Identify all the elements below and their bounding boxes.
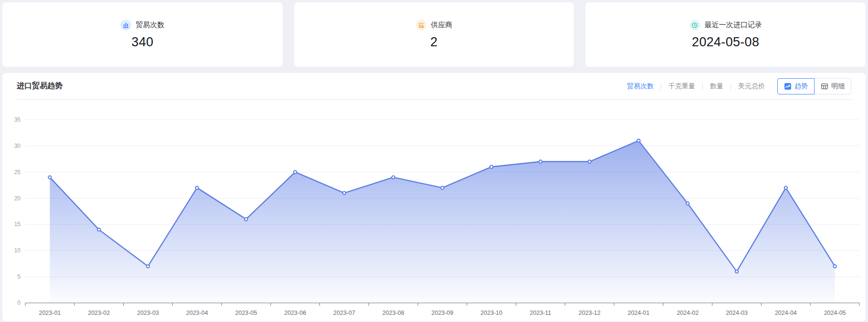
trend-line-chart[interactable]: 051015202530352023-012023-022023-032023-… xyxy=(2,103,866,320)
svg-text:2024-04: 2024-04 xyxy=(775,310,797,316)
svg-text:2023-11: 2023-11 xyxy=(530,310,551,316)
tab-trade-count[interactable]: 贸易次数 xyxy=(627,82,654,91)
dashboard-page: 贸易次数 340 xyxy=(0,0,868,321)
trend-icon xyxy=(784,83,792,90)
detail-view-button[interactable]: 明细 xyxy=(814,78,851,94)
view-toggle: 趋势 明细 xyxy=(777,78,851,94)
stat-card-last-import: 最近一次进口记录 2024-05-08 xyxy=(585,2,866,67)
svg-text:2024-05: 2024-05 xyxy=(824,310,846,316)
tab-kg-weight[interactable]: 千克重量 xyxy=(668,82,695,91)
svg-text:2024-01: 2024-01 xyxy=(628,310,650,316)
svg-text:2024-02: 2024-02 xyxy=(677,310,699,316)
svg-text:2023-01: 2023-01 xyxy=(39,310,61,316)
svg-text:2023-03: 2023-03 xyxy=(137,310,159,316)
svg-text:25: 25 xyxy=(14,169,21,176)
svg-text:5: 5 xyxy=(17,273,21,280)
svg-text:2023-10: 2023-10 xyxy=(480,310,502,316)
stat-label: 贸易次数 xyxy=(136,21,164,30)
svg-text:15: 15 xyxy=(14,221,21,228)
svg-text:2023-06: 2023-06 xyxy=(284,310,306,316)
svg-text:0: 0 xyxy=(17,300,21,306)
bar-chart-icon xyxy=(120,20,131,31)
panel-title: 进口贸易趋势 xyxy=(17,81,63,91)
tab-usd-total[interactable]: 美元总价 xyxy=(738,82,765,91)
svg-text:2023-09: 2023-09 xyxy=(432,310,454,316)
stat-card-suppliers: 供应商 2 xyxy=(294,2,574,67)
stats-row: 贸易次数 340 xyxy=(0,0,868,67)
trend-view-button[interactable]: 趋势 xyxy=(777,78,815,94)
stat-value: 2024-05-08 xyxy=(692,35,759,50)
svg-text:10: 10 xyxy=(14,247,21,254)
stat-value: 340 xyxy=(131,35,153,50)
stat-label: 供应商 xyxy=(431,21,453,30)
table-icon xyxy=(821,83,828,90)
svg-text:2024-03: 2024-03 xyxy=(726,310,748,316)
svg-text:2023-05: 2023-05 xyxy=(235,310,257,316)
svg-text:35: 35 xyxy=(14,116,21,123)
clock-icon xyxy=(689,20,700,31)
svg-text:30: 30 xyxy=(14,143,21,149)
metric-tabs: 贸易次数 千克重量 数量 美元总价 xyxy=(627,82,765,91)
stat-value: 2 xyxy=(430,35,437,50)
svg-text:2023-12: 2023-12 xyxy=(579,310,601,316)
panel-controls: 贸易次数 千克重量 数量 美元总价 xyxy=(627,78,851,94)
tab-separator xyxy=(730,83,731,90)
trend-panel-header: 进口贸易趋势 贸易次数 千克重量 数量 美元总价 xyxy=(17,73,851,100)
svg-text:2023-07: 2023-07 xyxy=(333,310,355,316)
svg-text:2023-04: 2023-04 xyxy=(186,310,208,316)
svg-text:20: 20 xyxy=(14,195,21,202)
chart-area[interactable]: 051015202530352023-012023-022023-032023-… xyxy=(2,100,866,320)
tab-separator xyxy=(661,83,661,90)
trend-panel: 进口贸易趋势 贸易次数 千克重量 数量 美元总价 xyxy=(2,73,866,321)
factory-icon xyxy=(416,20,427,31)
svg-text:2023-02: 2023-02 xyxy=(88,310,110,316)
svg-text:2023-08: 2023-08 xyxy=(382,310,404,316)
stat-label: 最近一次进口记录 xyxy=(705,21,762,30)
stat-card-trade-count: 贸易次数 340 xyxy=(2,2,283,67)
tab-quantity[interactable]: 数量 xyxy=(710,82,723,91)
tab-separator xyxy=(702,83,703,90)
